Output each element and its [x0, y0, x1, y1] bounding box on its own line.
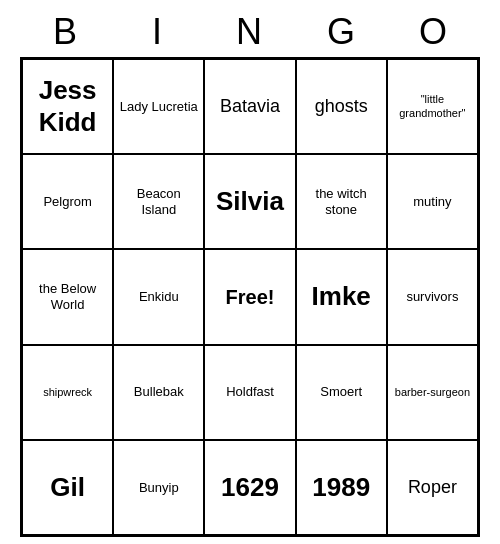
cell-text: survivors	[406, 289, 458, 305]
bingo-cell-4-4: Roper	[387, 440, 478, 535]
bingo-cell-2-3: Imke	[296, 249, 387, 344]
cell-text: Lady Lucretia	[120, 99, 198, 115]
bingo-cell-1-0: Pelgrom	[22, 154, 113, 249]
cell-text: Bunyip	[139, 480, 179, 496]
cell-text: Jess Kidd	[27, 75, 108, 137]
cell-text: 1629	[221, 472, 279, 503]
cell-text: mutiny	[413, 194, 451, 210]
bingo-cell-4-2: 1629	[204, 440, 295, 535]
bingo-cell-1-3: the witch stone	[296, 154, 387, 249]
bingo-cell-0-4: "little grandmother"	[387, 59, 478, 154]
bingo-container: BINGO Jess KiddLady LucretiaBataviaghost…	[20, 7, 480, 537]
cell-text: Silvia	[216, 186, 284, 217]
bingo-cell-3-1: Bullebak	[113, 345, 204, 440]
cell-text: ghosts	[315, 96, 368, 118]
header-letter: O	[388, 7, 480, 57]
bingo-cell-1-2: Silvia	[204, 154, 295, 249]
cell-text: shipwreck	[43, 386, 92, 399]
header-letter: I	[112, 7, 204, 57]
bingo-cell-1-4: mutiny	[387, 154, 478, 249]
cell-text: Enkidu	[139, 289, 179, 305]
cell-text: Batavia	[220, 96, 280, 118]
bingo-cell-0-2: Batavia	[204, 59, 295, 154]
bingo-cell-4-3: 1989	[296, 440, 387, 535]
cell-text: Pelgrom	[43, 194, 91, 210]
cell-text: Bullebak	[134, 384, 184, 400]
bingo-cell-4-0: Gil	[22, 440, 113, 535]
cell-text: Holdfast	[226, 384, 274, 400]
cell-text: Roper	[408, 477, 457, 499]
cell-text: Gil	[50, 472, 85, 503]
bingo-cell-2-2: Free!	[204, 249, 295, 344]
cell-text: "little grandmother"	[392, 93, 473, 119]
cell-text: the Below World	[27, 281, 108, 312]
cell-text: Imke	[312, 281, 371, 312]
cell-text: Beacon Island	[118, 186, 199, 217]
cell-text: the witch stone	[301, 186, 382, 217]
bingo-cell-3-0: shipwreck	[22, 345, 113, 440]
bingo-cell-3-4: barber-surgeon	[387, 345, 478, 440]
bingo-grid: Jess KiddLady LucretiaBataviaghosts"litt…	[20, 57, 480, 537]
bingo-cell-3-3: Smoert	[296, 345, 387, 440]
header-letter: G	[296, 7, 388, 57]
bingo-cell-1-1: Beacon Island	[113, 154, 204, 249]
bingo-cell-2-4: survivors	[387, 249, 478, 344]
cell-text: barber-surgeon	[395, 386, 470, 399]
bingo-cell-0-1: Lady Lucretia	[113, 59, 204, 154]
header-letter: B	[20, 7, 112, 57]
header-letter: N	[204, 7, 296, 57]
bingo-cell-0-0: Jess Kidd	[22, 59, 113, 154]
bingo-cell-4-1: Bunyip	[113, 440, 204, 535]
bingo-cell-2-1: Enkidu	[113, 249, 204, 344]
bingo-header: BINGO	[20, 7, 480, 57]
cell-text: Smoert	[320, 384, 362, 400]
bingo-cell-0-3: ghosts	[296, 59, 387, 154]
cell-text: 1989	[312, 472, 370, 503]
cell-text: Free!	[226, 285, 275, 309]
bingo-cell-2-0: the Below World	[22, 249, 113, 344]
bingo-cell-3-2: Holdfast	[204, 345, 295, 440]
